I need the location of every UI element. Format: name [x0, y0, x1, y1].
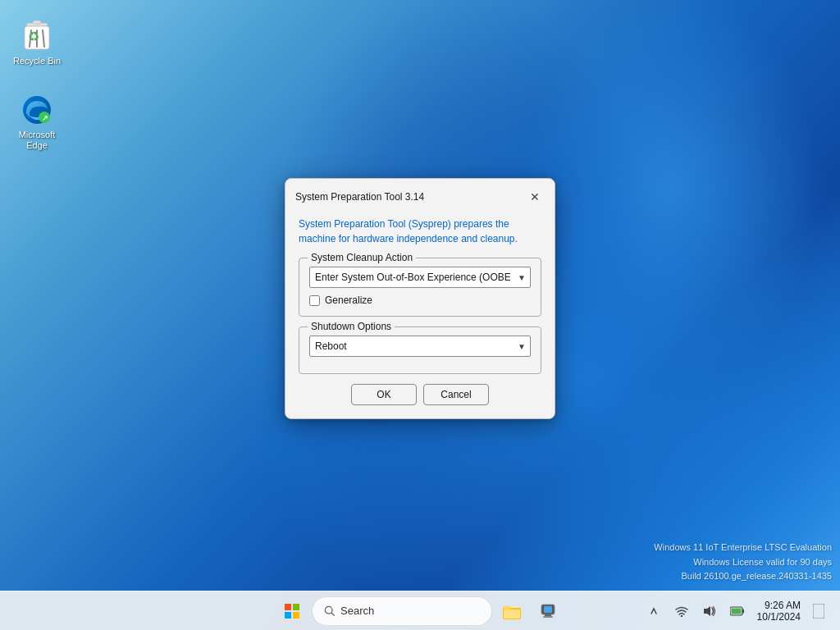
cleanup-section: System Cleanup Action Enter System Out-o…	[299, 258, 541, 317]
cleanup-select-wrapper: Enter System Out-of-Box Experience (OOBE…	[309, 267, 531, 288]
edge-label: Microsoft Edge	[11, 130, 62, 151]
windows-watermark: Windows 11 IoT Enterprise LTSC Evaluatio…	[654, 541, 832, 584]
dialog-titlebar: System Preparation Tool 3.14 ✕	[285, 179, 555, 213]
volume-icon	[703, 605, 716, 617]
svg-line-15	[331, 613, 334, 615]
svg-rect-1	[33, 21, 41, 24]
clock-area[interactable]: 9:26 AM 10/1/2024	[752, 596, 806, 626]
svg-marker-24	[704, 606, 710, 616]
shutdown-select[interactable]: Reboot Shutdown Quit	[309, 336, 531, 357]
cancel-button[interactable]: Cancel	[423, 384, 489, 405]
recycle-bin-label: Recycle Bin	[13, 56, 61, 66]
svg-rect-27	[731, 608, 741, 614]
notification-button[interactable]	[807, 596, 830, 626]
svg-point-23	[680, 614, 682, 616]
taskbar: Search	[0, 591, 840, 630]
svg-rect-18	[504, 609, 520, 619]
dialog-buttons: OK Cancel	[299, 384, 541, 405]
svg-text:♻: ♻	[28, 30, 39, 43]
chevron-up-icon	[650, 605, 658, 617]
svg-rect-28	[813, 604, 824, 619]
windows-logo-icon	[285, 604, 299, 619]
desktop-icon-recycle-bin[interactable]: ♻ Recycle Bin	[8, 16, 66, 70]
shutdown-select-wrapper: Reboot Shutdown Quit ▼	[309, 336, 531, 357]
svg-text:↗: ↗	[42, 114, 48, 122]
taskbar-right: 9:26 AM 10/1/2024	[641, 591, 830, 630]
svg-rect-10	[285, 604, 291, 610]
start-button[interactable]	[276, 595, 308, 628]
network-tray-button[interactable]	[669, 598, 695, 624]
shutdown-section-label: Shutdown Options	[308, 321, 395, 332]
file-explorer-icon	[503, 603, 521, 619]
tray-overflow-button[interactable]	[641, 598, 667, 624]
battery-icon	[730, 606, 745, 616]
search-bar[interactable]: Search	[312, 596, 492, 626]
notification-icon	[813, 604, 824, 619]
generalize-label[interactable]: Generalize	[325, 294, 372, 306]
generalize-checkbox-row: Generalize	[309, 294, 531, 306]
file-explorer-taskbar-button[interactable]	[495, 595, 528, 628]
ok-button[interactable]: OK	[351, 384, 417, 405]
svg-rect-17	[503, 606, 511, 609]
svg-rect-11	[293, 604, 299, 610]
battery-tray-button[interactable]	[724, 598, 751, 624]
cleanup-section-label: System Cleanup Action	[308, 252, 416, 263]
cleanup-select[interactable]: Enter System Out-of-Box Experience (OOBE…	[309, 267, 531, 288]
network-icon	[540, 603, 556, 619]
shutdown-section: Shutdown Options Reboot Shutdown Quit ▼	[299, 326, 541, 374]
dialog-close-button[interactable]: ✕	[525, 187, 545, 207]
edge-icon: ↗	[21, 94, 53, 126]
dialog-title: System Preparation Tool 3.14	[295, 191, 424, 203]
svg-rect-13	[293, 612, 299, 619]
search-icon	[324, 605, 336, 617]
svg-rect-21	[545, 614, 551, 616]
search-label: Search	[340, 605, 374, 617]
svg-rect-22	[543, 616, 553, 618]
recycle-bin-icon: ♻	[21, 20, 53, 52]
taskbar-center: Search	[276, 591, 564, 630]
desktop: ♻ Recycle Bin	[0, 0, 840, 630]
dialog-body: System Preparation Tool (Sysprep) prepar…	[285, 213, 555, 418]
svg-rect-12	[285, 612, 291, 619]
svg-rect-26	[742, 609, 744, 613]
dialog-description: System Preparation Tool (Sysprep) prepar…	[299, 217, 541, 246]
volume-tray-button[interactable]	[696, 598, 723, 624]
clock-time: 9:26 AM	[765, 600, 801, 611]
taskbar-extra-button[interactable]	[532, 595, 564, 628]
sysprep-dialog: System Preparation Tool 3.14 ✕ System Pr…	[285, 178, 555, 419]
svg-rect-20	[544, 606, 552, 613]
desktop-icon-edge[interactable]: ↗ Microsoft Edge	[8, 90, 66, 154]
clock-date: 10/1/2024	[757, 611, 801, 623]
wifi-icon	[675, 605, 688, 617]
generalize-checkbox[interactable]	[309, 295, 320, 306]
